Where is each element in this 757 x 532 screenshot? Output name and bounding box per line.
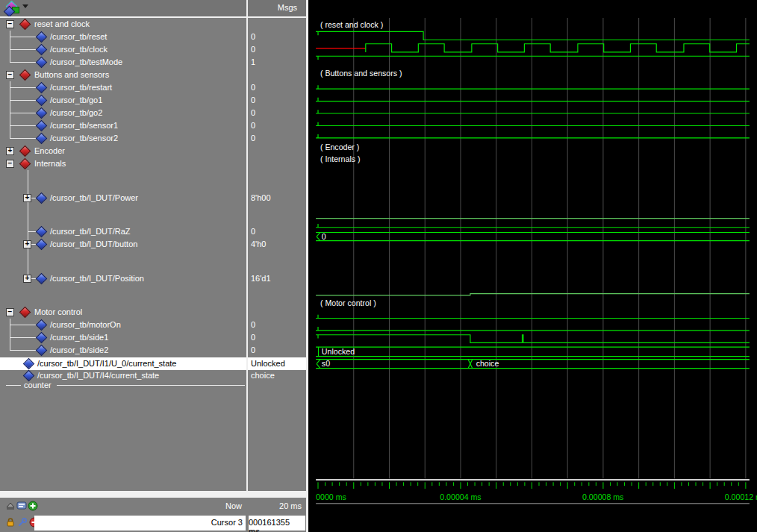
signal-row[interactable]: +/cursor_tb/I_DUT/button4'h0 [0, 238, 306, 251]
wave-canvas[interactable]: 0Unlockeds0choice( reset and clock )( Bu… [308, 18, 757, 532]
signal-row[interactable]: /cursor_tb/sensor20 [0, 132, 306, 145]
bus-value-label: s0 [322, 359, 330, 368]
signal-value: Unlocked [251, 359, 303, 368]
signal-row[interactable]: /cursor_tb/side20 [0, 344, 306, 357]
timeline-label: 0.00004 ms [440, 492, 481, 501]
expand-box[interactable]: + [23, 275, 31, 283]
group-row[interactable]: −Motor control [0, 306, 306, 319]
signal-diamond-icon [36, 82, 48, 94]
group-row[interactable]: −reset and clock [0, 18, 306, 31]
wave-window-icon[interactable] [4, 2, 19, 14]
now-row: Now 20 ms [0, 498, 306, 515]
signal-name: /cursor_tb/I_DUT/I1/U_0/current_state [37, 359, 176, 368]
group-row[interactable]: −Internals [0, 157, 306, 170]
signal-name: /cursor_tb/restart [50, 83, 112, 92]
signal-name: /cursor_tb/I_DUT/RaZ [50, 227, 131, 236]
signal-diamond-icon [36, 57, 48, 69]
signal-name: /cursor_tb/sensor2 [50, 134, 118, 143]
signal-name: /cursor_tb/I_DUT/Position [50, 274, 144, 283]
collapse-box[interactable]: − [6, 71, 14, 79]
signal-name: /cursor_tb/side1 [50, 333, 108, 342]
msgs-column-header: Msgs [248, 3, 297, 12]
cursor-name: Cursor 3 [211, 518, 243, 527]
wave-window: Msgs −reset and clock/cursor_tb/reset0/c… [0, 0, 757, 532]
signal-row[interactable]: +/cursor_tb/I_DUT/Position16'd1 [0, 272, 306, 285]
signal-name: /cursor_tb/reset [50, 32, 107, 41]
signal-value: 4'h0 [251, 240, 303, 248]
bus-value-label: Unlocked [322, 347, 355, 356]
column-splitter[interactable] [246, 0, 248, 491]
group-diamond-icon [19, 145, 31, 157]
cursor-value-field[interactable]: 000161355 ms [249, 516, 305, 531]
cursor-name-field[interactable]: Cursor 3 [34, 516, 246, 531]
signal-row[interactable]: /cursor_tb/motorOn0 [0, 319, 306, 331]
signal-row[interactable]: /cursor_tb/reset0 [0, 31, 306, 43]
signal-panel: Msgs −reset and clock/cursor_tb/reset0/c… [0, 0, 306, 532]
expand-box[interactable]: + [6, 147, 14, 155]
expand-box[interactable]: + [23, 194, 31, 202]
bus-value-label: choice [476, 359, 499, 368]
wave-group-label: ( Buttons and sensors ) [320, 69, 402, 78]
signal-value: 1 [251, 57, 303, 66]
divider-row[interactable]: counter [0, 379, 306, 392]
collapse-box[interactable]: − [6, 308, 14, 316]
signal-diamond-icon [36, 193, 48, 204]
group-label: Buttons and sensors [34, 70, 109, 79]
group-row[interactable]: +Encoder [0, 145, 306, 157]
now-value: 20 ms [248, 501, 302, 510]
divider-line [6, 385, 21, 386]
group-label: reset and clock [34, 19, 90, 28]
collapse-box[interactable]: − [6, 160, 14, 168]
wrench-icon[interactable] [17, 517, 28, 528]
now-label: Now [0, 501, 242, 510]
signal-row[interactable]: /cursor_tb/I_DUT/I1/U_0/current_stateUnl… [0, 357, 306, 370]
group-row[interactable]: −Buttons and sensors [0, 69, 306, 81]
timeline-label: 0000 ms [316, 492, 346, 501]
signal-row[interactable]: /cursor_tb/sensor10 [0, 119, 306, 132]
wave-group-label: ( Encoder ) [320, 143, 359, 151]
lock-icon[interactable] [5, 517, 16, 528]
bit-waveform-clock [366, 44, 750, 52]
expand-box[interactable]: + [23, 240, 31, 248]
signal-value: 0 [251, 121, 303, 130]
signal-row[interactable]: /cursor_tb/go10 [0, 94, 306, 107]
signal-diamond-icon [36, 95, 48, 107]
group-diamond-icon [19, 19, 31, 31]
signal-row[interactable]: /cursor_tb/clock0 [0, 43, 306, 56]
panel-splitter[interactable] [306, 0, 308, 532]
signal-diamond-icon [23, 358, 35, 370]
group-label: Encoder [34, 146, 65, 155]
timeline-label: 0.00008 ms [582, 492, 623, 501]
signal-row[interactable]: /cursor_tb/I_DUT/RaZ0 [0, 225, 306, 238]
signal-value: 16'd1 [251, 274, 303, 283]
signal-name: /cursor_tb/testMode [50, 57, 122, 66]
chevron-down-icon[interactable] [22, 4, 28, 8]
signal-diamond-icon [36, 319, 48, 331]
collapse-box[interactable]: − [6, 20, 14, 28]
bus-open [317, 364, 320, 369]
signal-panel-header: Msgs [0, 0, 306, 16]
divider-label: counter [24, 381, 52, 389]
bottom-splitter[interactable] [0, 491, 306, 498]
signal-row[interactable]: +/cursor_tb/I_DUT/Power8'h00 [0, 192, 306, 204]
bus-open [317, 232, 320, 237]
signal-value: 0 [251, 134, 303, 143]
wave-group-label: ( Motor control ) [320, 298, 376, 307]
wave-group-label: ( Internals ) [320, 154, 361, 163]
signal-diamond-icon [36, 133, 48, 145]
signal-diamond-icon [36, 273, 48, 285]
signal-name: /cursor_tb/I_DUT/Power [50, 193, 138, 202]
signal-value: 0 [251, 83, 303, 92]
signal-name: /cursor_tb/side2 [50, 345, 108, 354]
signal-row[interactable]: /cursor_tb/side10 [0, 331, 306, 344]
signal-name: /cursor_tb/sensor1 [50, 121, 118, 130]
signal-row[interactable]: /cursor_tb/restart0 [0, 81, 306, 94]
signal-row[interactable]: /cursor_tb/testMode1 [0, 56, 306, 69]
signal-value: 0 [251, 227, 303, 236]
signal-diamond-icon [36, 226, 48, 238]
signal-diamond-icon [36, 107, 48, 119]
bit-waveform-side2 [316, 335, 750, 343]
signal-value: 0 [251, 45, 303, 54]
signal-row[interactable]: /cursor_tb/go20 [0, 107, 306, 119]
bus-open [317, 237, 320, 241]
